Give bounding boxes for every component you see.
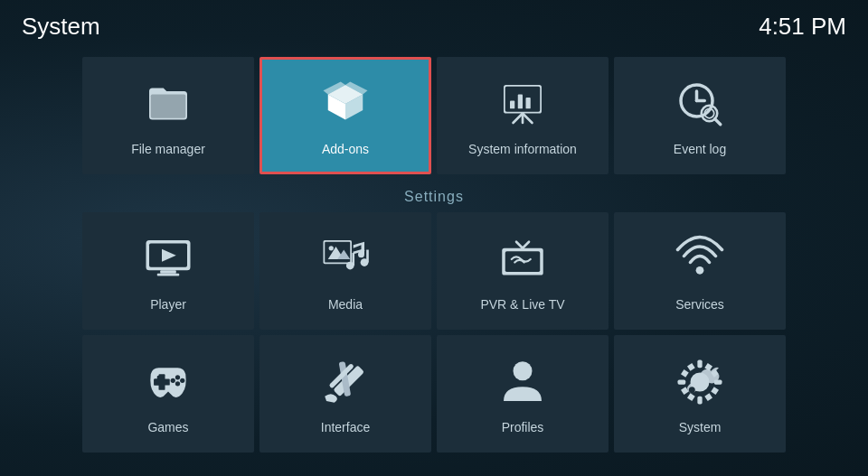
top-tiles-row: File manager Add-ons — [0, 57, 868, 174]
tile-profiles[interactable]: Profiles — [437, 335, 609, 453]
svg-rect-3 — [510, 101, 514, 109]
svg-rect-53 — [678, 379, 686, 384]
services-label: Services — [675, 297, 724, 312]
event-log-label: Event log — [674, 142, 726, 156]
player-label: Player — [150, 297, 186, 312]
tile-interface[interactable]: Interface — [259, 335, 431, 453]
games-icon — [139, 353, 197, 411]
tile-services[interactable]: Services — [614, 212, 786, 330]
svg-rect-52 — [697, 397, 702, 405]
svg-rect-4 — [518, 95, 523, 109]
system-information-label: System information — [468, 142, 577, 156]
header: System 4:51 PM — [0, 0, 868, 53]
tile-player[interactable]: Player — [82, 212, 254, 330]
pvr-live-tv-label: PVR & Live TV — [480, 297, 564, 312]
svg-point-42 — [171, 378, 175, 383]
tile-system-information[interactable]: System information — [437, 57, 609, 174]
tile-file-manager[interactable]: File manager — [82, 57, 254, 174]
clock: 4:51 PM — [759, 13, 846, 41]
svg-rect-5 — [526, 98, 531, 108]
add-ons-label: Add-ons — [322, 142, 369, 156]
pvr-live-tv-icon — [494, 230, 552, 288]
tile-event-log[interactable]: Event log — [614, 57, 786, 174]
tile-system[interactable]: System — [614, 335, 786, 453]
svg-rect-51 — [697, 360, 702, 369]
svg-line-31 — [523, 242, 529, 248]
add-ons-icon — [316, 75, 374, 133]
settings-section-label: Settings — [0, 189, 868, 205]
svg-point-57 — [689, 387, 695, 393]
profiles-icon — [494, 353, 552, 411]
services-icon — [671, 230, 729, 288]
svg-line-7 — [523, 114, 533, 124]
tile-add-ons[interactable]: Add-ons — [259, 57, 431, 174]
interface-label: Interface — [321, 420, 370, 434]
svg-point-34 — [696, 266, 704, 275]
page-title: System — [22, 13, 100, 41]
tile-media[interactable]: Media — [259, 212, 431, 330]
settings-grid: Player — [0, 212, 868, 453]
svg-point-40 — [180, 378, 184, 383]
svg-rect-19 — [157, 274, 180, 276]
event-log-icon — [671, 75, 729, 133]
player-icon — [139, 230, 197, 288]
svg-rect-0 — [151, 95, 186, 118]
svg-point-41 — [175, 381, 180, 386]
system-information-icon — [494, 75, 552, 133]
file-manager-icon — [139, 75, 197, 133]
tile-games[interactable]: Games — [82, 335, 254, 453]
svg-point-24 — [329, 246, 334, 250]
svg-rect-38 — [159, 374, 165, 390]
svg-rect-18 — [160, 270, 176, 274]
svg-point-39 — [175, 375, 180, 379]
page: System 4:51 PM File manager — [0, 0, 868, 476]
games-label: Games — [147, 420, 188, 434]
media-icon — [316, 230, 374, 288]
tile-pvr-live-tv[interactable]: PVR & Live TV — [437, 212, 609, 330]
svg-point-47 — [514, 361, 533, 380]
system-icon — [671, 353, 729, 411]
interface-icon — [316, 353, 374, 411]
svg-line-30 — [516, 242, 523, 248]
file-manager-label: File manager — [131, 142, 205, 156]
system-tile-label: System — [679, 420, 722, 434]
svg-line-14 — [715, 119, 721, 125]
profiles-label: Profiles — [502, 420, 544, 434]
media-label: Media — [328, 297, 363, 312]
svg-line-6 — [514, 114, 524, 124]
